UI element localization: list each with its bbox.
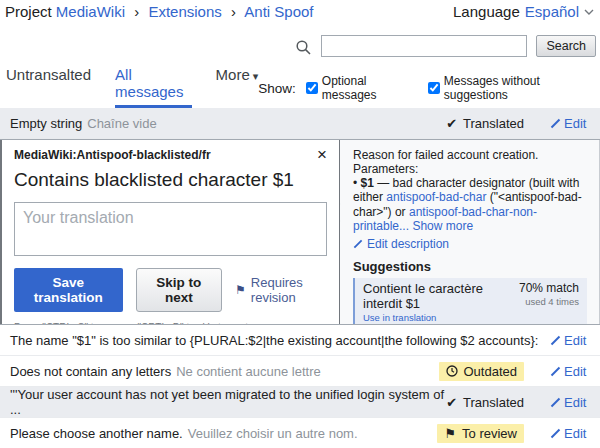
check-icon: ✔ — [446, 116, 457, 131]
edit-pencil-icon — [550, 366, 561, 377]
edit-pencil-icon — [353, 239, 363, 249]
doc-link-antispoof-bad-char[interactable]: antispoof-bad-char — [386, 190, 486, 204]
skip-to-next-button[interactable]: Skip to next — [136, 268, 223, 312]
suggestion-match-percent: 70% match — [519, 281, 579, 295]
search-input[interactable] — [321, 35, 527, 57]
message-source: The name "$1" is too similar to {PLURAL:… — [10, 333, 538, 348]
editor-panel: MediaWiki:Antispoof-blacklisted/fr × Con… — [0, 140, 340, 324]
message-row-choose-another-name[interactable]: Please choose another name. Veuillez cho… — [0, 418, 600, 448]
message-key: MediaWiki:Antispoof-blacklisted/fr — [14, 148, 211, 162]
show-label: Show: — [258, 81, 296, 96]
tab-all-messages[interactable]: All messages — [115, 66, 192, 108]
search-button[interactable]: Search — [536, 35, 596, 57]
param-name: $1 — [361, 176, 374, 190]
edit-link[interactable]: Edit — [550, 333, 590, 348]
edit-link[interactable]: Edit — [550, 395, 590, 410]
keyboard-shortcut-hint: Press "CTRL+S" to save or "CRTL+D" to sk… — [14, 322, 327, 324]
search-icon — [295, 39, 312, 56]
flag-icon: ⚑ — [235, 283, 246, 297]
breadcrumb-separator: › — [134, 3, 139, 20]
edit-link[interactable]: Edit — [550, 116, 590, 131]
edit-link[interactable]: Edit — [550, 426, 590, 441]
language-label: Language — [453, 3, 520, 20]
language-selector[interactable]: Language Español — [453, 3, 594, 20]
breadcrumb-project-label: Project — [5, 3, 52, 20]
close-icon[interactable]: × — [317, 148, 327, 162]
tabs-row: Untransalted All messages More▾ Show: Op… — [0, 66, 600, 108]
chevron-down-icon — [584, 9, 594, 16]
tab-untranslated[interactable]: Untransalted — [6, 66, 91, 108]
message-info-panel: Reason for failed account creation. Para… — [340, 140, 600, 324]
language-value[interactable]: Español — [525, 3, 579, 20]
clock-icon — [446, 365, 458, 377]
message-source: '''Your user account has not yet been mi… — [10, 387, 446, 417]
translate-page: Project MediaWiki › Extensions › Anti Sp… — [0, 0, 600, 448]
tab-more[interactable]: More▾ — [216, 66, 259, 108]
panel-notch — [340, 203, 349, 221]
edit-pencil-icon — [550, 397, 561, 408]
message-row-name-too-similar[interactable]: The name "$1" is too similar to {PLURAL:… — [0, 325, 600, 356]
message-source: Does not contain any letters — [10, 364, 171, 379]
edit-pencil-icon — [550, 118, 561, 129]
translation-editor: MediaWiki:Antispoof-blacklisted/fr × Con… — [0, 139, 600, 325]
edit-pencil-icon — [550, 335, 561, 346]
top-bar: Project MediaWiki › Extensions › Anti Sp… — [0, 0, 600, 20]
tabs: Untransalted All messages More▾ — [6, 66, 258, 108]
breadcrumb-link-antispoof[interactable]: Anti Spoof — [244, 3, 313, 20]
suggestion-item[interactable]: Contient le caractère interdit $1 Use in… — [353, 278, 587, 324]
edit-link[interactable]: Edit — [550, 364, 590, 379]
breadcrumb-separator: › — [231, 3, 236, 20]
search-bar: Search — [0, 35, 600, 57]
message-translation: Veuillez choisir un autre nom. — [188, 426, 358, 441]
status-badge-outdated: Outdated — [439, 362, 525, 381]
translation-textarea[interactable] — [14, 202, 327, 256]
status-badge-translated: ✔ Translated — [446, 395, 524, 410]
source-message-text: Contains blacklisted character $1 — [14, 169, 327, 191]
breadcrumb-link-extensions[interactable]: Extensions — [148, 3, 221, 20]
suggestions-heading: Suggestions — [353, 259, 587, 274]
check-icon: ✔ — [446, 395, 457, 410]
message-translation: Chaîne vide — [87, 116, 156, 131]
requires-revision-toggle[interactable]: ⚑ Requires revision — [235, 275, 327, 305]
show-more-link[interactable]: Show more — [412, 219, 473, 233]
filter-optional-messages[interactable]: Optional messages — [306, 74, 418, 102]
message-source: Empty string — [10, 116, 82, 131]
message-description: Reason for failed account creation. Para… — [353, 148, 587, 233]
breadcrumb: Project MediaWiki › Extensions › Anti Sp… — [5, 3, 314, 20]
status-badge-translated: ✔ Translated — [446, 116, 524, 131]
breadcrumb-link-mediawiki[interactable]: MediaWiki — [56, 3, 125, 20]
message-row-no-letters[interactable]: Does not contain any letters Ne contient… — [0, 356, 600, 387]
suggestion-usage-count: used 4 times — [519, 296, 579, 307]
status-badge-to-review: ⚑ To review — [437, 424, 524, 443]
edit-pencil-icon — [550, 428, 561, 439]
filter-without-suggestions[interactable]: Messages without suggestions — [428, 74, 597, 102]
message-source: Please choose another name. — [10, 426, 183, 441]
use-in-translation-link[interactable]: Use in translation — [363, 312, 511, 323]
optional-messages-checkbox[interactable] — [306, 82, 318, 94]
message-row-empty-string[interactable]: Empty string Chaîne vide ✔ Translated Ed… — [0, 108, 600, 139]
suggestion-text: Contient le caractère interdit $1 — [363, 281, 511, 311]
without-suggestions-checkbox[interactable] — [428, 82, 440, 94]
bullet: • — [353, 176, 357, 190]
message-translation: Ne contient aucune lettre — [176, 364, 321, 379]
save-translation-button[interactable]: Save translation — [14, 268, 123, 312]
edit-description-link[interactable]: Edit description — [353, 237, 449, 251]
flag-icon: ⚑ — [444, 426, 456, 441]
message-row-account-migration[interactable]: '''Your user account has not yet been mi… — [0, 387, 600, 418]
show-filters: Show: Optional messages Messages without… — [258, 74, 597, 108]
